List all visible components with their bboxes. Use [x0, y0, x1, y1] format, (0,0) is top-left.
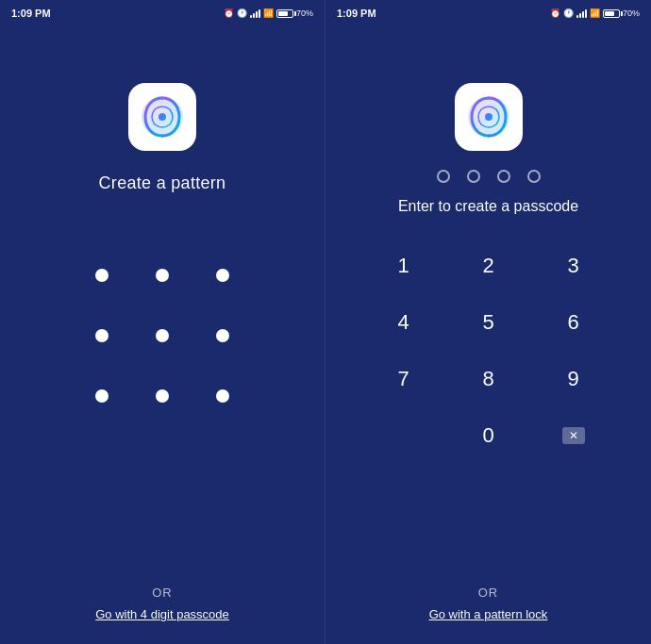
pattern-dot-1[interactable]: [95, 269, 108, 282]
signal-icon-r: [576, 8, 587, 18]
app-logo-right: [455, 83, 523, 151]
svg-point-1: [159, 113, 166, 121]
svg-point-3: [485, 113, 492, 121]
key-9[interactable]: 9: [531, 351, 616, 407]
status-bar-left: 1:09 PM ⏰ 🕐 📶 70%: [0, 0, 325, 26]
key-3[interactable]: 3: [531, 238, 616, 294]
time-right: 1:09 PM: [337, 8, 376, 19]
pattern-dot-3[interactable]: [216, 269, 229, 282]
passcode-dot-4: [527, 170, 541, 183]
battery-percent-left: 70%: [296, 8, 313, 18]
pattern-dot-7[interactable]: [95, 389, 108, 403]
pattern-dot-6[interactable]: [216, 329, 229, 342]
key-6[interactable]: 6: [531, 294, 616, 351]
status-icons-left: ⏰ 🕐 📶 70%: [224, 8, 313, 18]
passcode-dot-3: [497, 170, 510, 183]
backspace-icon: ✕: [562, 427, 585, 444]
key-7[interactable]: 7: [361, 351, 446, 407]
key-backspace[interactable]: ✕: [531, 407, 616, 464]
pattern-dot-4[interactable]: [95, 329, 108, 342]
alarm-icon-r: ⏰: [550, 8, 560, 18]
battery-percent-right: 70%: [623, 8, 640, 18]
signal-icon: [250, 8, 260, 18]
app-logo-left: [128, 83, 196, 151]
passcode-instruction: Enter to create a passcode: [398, 198, 578, 215]
key-empty: [361, 407, 446, 464]
alarm-icon: ⏰: [224, 8, 234, 18]
pattern-grid[interactable]: [76, 250, 248, 421]
battery-icon-right: [603, 9, 620, 18]
passcode-dot-2: [467, 170, 480, 183]
wifi-icon: 📶: [263, 8, 274, 18]
pattern-title: Create a pattern: [99, 173, 226, 193]
passcode-dot-1: [437, 170, 450, 183]
wifi-icon-r: 📶: [590, 8, 600, 18]
key-0[interactable]: 0: [446, 407, 531, 464]
time-left: 1:09 PM: [11, 8, 51, 19]
key-5[interactable]: 5: [446, 294, 531, 351]
key-4[interactable]: 4: [361, 294, 446, 351]
status-bar-right: 1:09 PM ⏰ 🕐 📶 70%: [326, 0, 651, 26]
go-pattern-lock-link[interactable]: Go with a pattern lock: [429, 607, 548, 621]
or-label-left: OR: [152, 586, 173, 600]
digit-passcode-screen: 1:09 PM ⏰ 🕐 📶 70%: [326, 0, 651, 644]
passcode-input-dots: [437, 170, 541, 183]
pattern-dot-2[interactable]: [156, 269, 169, 282]
numpad: 1 2 3 4 5 6 7 8 9 0 ✕: [361, 238, 616, 464]
go-digit-passcode-link[interactable]: Go with 4 digit passcode: [95, 607, 229, 621]
status-icons-right: ⏰ 🕐 📶 70%: [550, 8, 640, 18]
or-label-right: OR: [478, 586, 499, 600]
pattern-dot-8[interactable]: [156, 389, 169, 403]
pattern-lock-screen: 1:09 PM ⏰ 🕐 📶 70%: [0, 0, 326, 644]
battery-icon-left: [276, 9, 293, 18]
pattern-dot-9[interactable]: [216, 389, 229, 403]
pattern-dot-5[interactable]: [156, 329, 169, 342]
clock-icon-r: 🕐: [563, 8, 574, 18]
key-2[interactable]: 2: [446, 238, 531, 294]
key-8[interactable]: 8: [446, 351, 531, 407]
key-1[interactable]: 1: [361, 238, 446, 294]
clock-icon: 🕐: [237, 8, 247, 18]
